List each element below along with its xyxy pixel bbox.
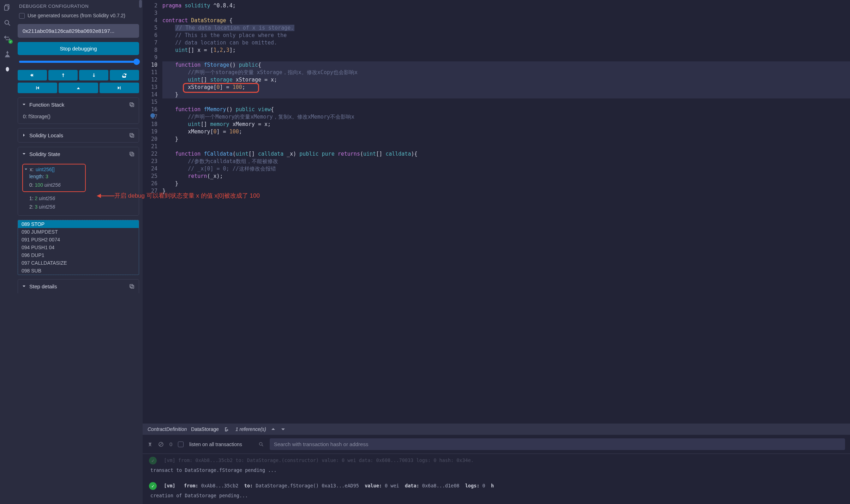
code-line[interactable]: function fCalldata(uint[] calldata _x) p…	[162, 150, 850, 158]
tx-search-input[interactable]: Search with transaction hash or address	[270, 438, 845, 450]
item-index: 2:	[29, 204, 34, 210]
code-editor[interactable]: 2345678910111213141516171819202122232425…	[143, 0, 850, 424]
line-number: 26	[143, 180, 157, 187]
chevron-right-icon	[22, 133, 26, 137]
nav-row-2	[18, 83, 139, 93]
swap-icon[interactable]: ✓	[4, 35, 11, 42]
chevron-down-icon[interactable]	[280, 426, 286, 432]
breakpoint-icon[interactable]	[150, 113, 155, 118]
code-line[interactable]: // data location can be omitted.	[162, 39, 850, 47]
code-line[interactable]: // This is the only place where the	[162, 32, 850, 39]
chevron-down-icon	[22, 152, 26, 156]
files-icon[interactable]	[4, 4, 11, 11]
code-line[interactable]: uint[] memory xMemory = x;	[162, 121, 850, 128]
code-line[interactable]: contract DataStorage {	[162, 17, 850, 24]
jump-out-button[interactable]	[59, 83, 98, 93]
line-number: 7	[143, 39, 157, 47]
code-line[interactable]: pragma solidity ^0.8.4;	[162, 2, 850, 10]
step-slider[interactable]	[19, 61, 138, 63]
code-line[interactable]: uint[] storage xStorage = x;	[162, 76, 850, 84]
scrollbar[interactable]	[139, 0, 142, 8]
tx-hash-input[interactable]: 0x211abc09a126ca829ba0692e8197...	[18, 24, 139, 38]
var-name: x:	[30, 167, 34, 172]
listen-checkbox[interactable]	[178, 442, 184, 447]
opcode-item[interactable]: 096 DUP1	[18, 251, 139, 259]
code-line[interactable]: xMemory[0] = 100;	[162, 128, 850, 136]
opcode-item[interactable]: 097 CALLDATASIZE	[18, 259, 139, 267]
collapse-icon[interactable]	[148, 442, 152, 447]
opcode-item[interactable]: 089 STOP	[18, 220, 139, 228]
code-line[interactable]: return(_x);	[162, 173, 850, 180]
step-details-header[interactable]: Step details	[18, 280, 139, 293]
terminal-line: ✓ [vm] from: 0xAb8...35cb2 to: DataStora…	[149, 481, 844, 491]
function-stack-body: 0: fStorage()	[18, 112, 139, 124]
jump-next-button[interactable]	[100, 83, 139, 93]
code-line[interactable]: }	[162, 187, 850, 195]
log-data-label: data:	[405, 483, 419, 488]
solidity-state-header[interactable]: Solidity State	[18, 147, 139, 161]
debugger-icon[interactable]	[4, 66, 11, 73]
code-line[interactable]: }	[162, 180, 850, 187]
solidity-state-title: Solidity State	[29, 151, 60, 157]
code-line[interactable]: //参数为calldata数组，不能被修改	[162, 158, 850, 165]
terminal-output[interactable]: ✓ [vm] from: 0xAb8...35cb2 to: DataStora…	[143, 454, 850, 504]
item-type: uint256	[39, 204, 55, 210]
function-stack-header[interactable]: Function Stack	[18, 98, 139, 112]
code-line[interactable]: //声明一个storage的变量 xStorage，指向x。修改xCopy也会影…	[162, 69, 850, 76]
line-number: 12	[143, 76, 157, 84]
opcode-item[interactable]: 098 SUB	[18, 267, 139, 275]
deploy-icon[interactable]	[4, 50, 11, 58]
code-line[interactable]: function fStorage() public{	[162, 61, 850, 69]
svg-rect-8	[130, 133, 133, 136]
log-logs-label: logs:	[465, 483, 480, 488]
checkbox-icon[interactable]	[19, 13, 25, 19]
code-line[interactable]: //声明一个Memory的变量xMemory，复制x。修改xMemory不会影响…	[162, 113, 850, 121]
code-line[interactable]	[162, 98, 850, 106]
copy-icon[interactable]	[129, 151, 134, 157]
code-line[interactable]: }	[162, 91, 850, 98]
code-line[interactable]: xStorage[0] = 100;	[162, 84, 850, 91]
jump-prev-button[interactable]	[18, 83, 57, 93]
code-line[interactable]: // The data location of x is storage.	[162, 24, 850, 32]
svg-rect-11	[131, 286, 134, 288]
log-from-label: from:	[184, 483, 198, 488]
code-area[interactable]: pragma solidity ^0.8.4;contract DataStor…	[162, 2, 850, 424]
use-generated-sources-row[interactable]: Use generated sources (from Solidity v0.…	[18, 12, 139, 19]
code-line[interactable]	[162, 54, 850, 61]
share-icon[interactable]	[223, 427, 228, 432]
code-line[interactable]	[162, 143, 850, 150]
step-into-button[interactable]	[79, 70, 108, 80]
copy-icon[interactable]	[129, 133, 134, 138]
item-type: uint256	[39, 196, 55, 201]
code-line[interactable]	[162, 10, 850, 17]
log-text: transact to DataStorage.fStorage pending…	[150, 467, 277, 473]
search-icon[interactable]	[4, 19, 11, 27]
search-icon[interactable]	[258, 442, 264, 447]
slider-thumb[interactable]	[133, 59, 140, 65]
line-number: 9	[143, 54, 157, 61]
state-item-2: 2: 3 uint256	[23, 203, 134, 211]
chevron-up-icon[interactable]	[270, 426, 276, 432]
block-icon[interactable]	[158, 442, 164, 447]
opcode-item[interactable]: 094 PUSH1 04	[18, 244, 139, 251]
listen-label: listen on all transactions	[189, 442, 242, 447]
opcode-item[interactable]: 090 JUMPDEST	[18, 228, 139, 236]
step-out-button[interactable]	[48, 70, 78, 80]
solidity-locals-title: Solidity Locals	[29, 132, 63, 138]
copy-icon[interactable]	[129, 102, 134, 107]
copy-icon[interactable]	[129, 284, 134, 289]
line-number: 15	[143, 98, 157, 106]
line-number: 5	[143, 24, 157, 32]
code-line[interactable]: function fMemory() public view{	[162, 106, 850, 113]
code-line[interactable]: // _x[0] = 0; //这样修改会报错	[162, 165, 850, 173]
svg-rect-5	[131, 104, 134, 107]
state-var-row[interactable]: x: uint256[]	[24, 167, 82, 172]
code-line[interactable]: uint[] x = [1,2,3];	[162, 47, 850, 54]
opcode-item[interactable]: 091 PUSH2 0074	[18, 236, 139, 244]
solidity-locals-header[interactable]: Solidity Locals	[18, 128, 139, 142]
check-icon: ✓	[149, 482, 157, 490]
step-over-button[interactable]	[110, 70, 139, 80]
code-line[interactable]: }	[162, 136, 850, 143]
step-back-button[interactable]	[18, 70, 47, 80]
stop-debugging-button[interactable]: Stop debugging	[18, 42, 139, 55]
